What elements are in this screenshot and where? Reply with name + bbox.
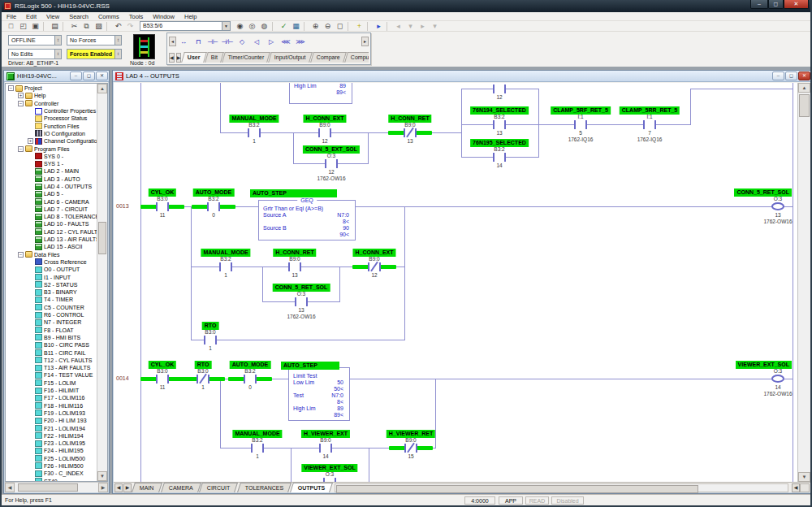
- sheet-tab-outputs[interactable]: OUTPUTS: [290, 483, 333, 492]
- tree-maximize-button[interactable]: ◻: [83, 72, 95, 80]
- ladder-close-button[interactable]: ✕: [798, 72, 810, 80]
- ladder-hscroll-thumb[interactable]: [336, 485, 698, 493]
- tree-item-o0-output[interactable]: O0 - OUTPUT: [6, 266, 97, 273]
- rung-icon[interactable]: ↔: [176, 37, 191, 46]
- palette-tab-bit[interactable]: Bit: [205, 52, 224, 63]
- contact-closed-icon[interactable]: ⊣∕⊢: [220, 37, 235, 46]
- find-icon[interactable]: ◉: [234, 21, 246, 31]
- instruction-box[interactable]: High Lim8989<: [289, 83, 352, 104]
- address-combo[interactable]: B53:5/6▼: [140, 21, 231, 31]
- tree-item-r6-control[interactable]: R6 - CONTROL: [6, 311, 97, 318]
- palette-tab-left-icon[interactable]: ◀: [169, 53, 175, 63]
- tree-item-channel-configuration[interactable]: +Channel Configuration: [6, 137, 97, 145]
- tree-scroll-down-icon[interactable]: ▼: [97, 471, 107, 481]
- instruction-box-geq[interactable]: GEQGrtr Than or Eql (A>=B)Source AN7:08<…: [258, 200, 356, 240]
- unlatch-icon[interactable]: ▷: [264, 37, 279, 46]
- tree-item-t12-cyl-faults[interactable]: T12 - CYL FAULTS: [6, 357, 97, 364]
- contact-76n194-selected[interactable]: [495, 121, 504, 128]
- tree-item-processor-status[interactable]: Processor Status: [6, 115, 97, 122]
- tree-item-lad-15-ascii[interactable]: LAD 15 - ASCII: [6, 243, 97, 250]
- tree-item-lad-7-circuit[interactable]: LAD 7 - CIRCUIT: [6, 206, 97, 213]
- forces-combo[interactable]: No Forces ↕: [67, 35, 122, 46]
- tree-item-f25-lolim500[interactable]: F25 - LOLIM500: [6, 455, 97, 462]
- menu-comms[interactable]: Comms: [93, 13, 124, 20]
- palette-tab-user[interactable]: User: [181, 52, 206, 63]
- tree-item-f21-lolim194[interactable]: F21 - LOLIM194: [6, 424, 97, 431]
- tabs-scroll-left-icon[interactable]: ◀: [114, 483, 123, 492]
- open-icon[interactable]: ◰: [17, 21, 29, 31]
- tree-item-sys-1-[interactable]: SYS 1 -: [6, 160, 97, 167]
- tree-item-st40[interactable]: ST40: [6, 477, 97, 481]
- verify-project-icon[interactable]: ▦: [290, 21, 302, 31]
- contact-bit-12[interactable]: [495, 85, 504, 93]
- tree-item-f17-lolim116[interactable]: F17 - LOLIM116: [6, 394, 97, 401]
- nav-forward-drop-icon[interactable]: ▾: [429, 21, 441, 31]
- ladder-vscrollbar[interactable]: ▲ ▼: [798, 83, 810, 482]
- menu-search[interactable]: Search: [64, 13, 93, 20]
- sheet-tab-main[interactable]: MAIN: [132, 483, 162, 492]
- collapse-icon[interactable]: −: [18, 252, 24, 258]
- minimize-button[interactable]: –: [750, 0, 768, 9]
- rung-number-0014[interactable]: 0014: [116, 375, 129, 381]
- sheet-tab-tolerances[interactable]: TOLERANCES: [237, 483, 292, 492]
- forces-state-spinner-icon[interactable]: ↕: [114, 50, 121, 58]
- tree-hscroll-thumb[interactable]: [18, 483, 78, 492]
- contact-manual-mode[interactable]: [221, 263, 231, 271]
- tree-item-lad-4-outputs[interactable]: LAD 4 - OUTPUTS: [6, 183, 97, 190]
- tree-item-project[interactable]: −Project: [6, 84, 97, 92]
- tree-item-sys-0-[interactable]: SYS 0 -: [6, 153, 97, 160]
- nav-back-drop-icon[interactable]: ▾: [404, 21, 417, 31]
- new-rung-icon[interactable]: +: [353, 21, 365, 31]
- palette-scroll-right-icon[interactable]: ▸: [361, 37, 369, 46]
- tree-item-lad-10-faults[interactable]: LAD 10 - FAULTS: [6, 220, 97, 228]
- palette-tab-right-icon[interactable]: ▶: [176, 53, 182, 63]
- ladder-canvas[interactable]: High Lim8989<AUTO_STEPGEQGrtr Than or Eq…: [114, 83, 798, 482]
- zoom-out-icon[interactable]: ⊖: [322, 21, 334, 31]
- forces-state-combo[interactable]: Forces Enabled ↕: [67, 49, 122, 59]
- maximize-button[interactable]: ◻: [768, 0, 784, 9]
- contact-clamp-5rf-ret-5[interactable]: [576, 121, 585, 128]
- ladder-scroll-down-icon[interactable]: ▼: [798, 472, 810, 482]
- contact-conn-5-ext-sol[interactable]: [326, 160, 336, 167]
- select-rect-icon[interactable]: ◻: [334, 21, 346, 31]
- new-icon[interactable]: □: [5, 21, 17, 31]
- paste-icon[interactable]: ▨: [93, 21, 105, 31]
- contact-cyl-ok[interactable]: [158, 203, 167, 210]
- coil-viewer-ext-sol[interactable]: [771, 375, 784, 383]
- contact-h-conn-ret[interactable]: [290, 263, 300, 271]
- tree-item-f18-hilim116[interactable]: F18 - HILIM116: [6, 401, 97, 409]
- contact-manual-mode[interactable]: [249, 129, 259, 136]
- tree-item-f30-c-index[interactable]: F30 - C_INDEX: [6, 470, 97, 477]
- tree-item-program-files[interactable]: −Program Files: [6, 145, 97, 152]
- tree-item-b11-circ-fail[interactable]: B11 - CIRC FAIL: [6, 349, 97, 356]
- hscroll-left-icon[interactable]: ◀: [792, 483, 800, 492]
- contact-h-conn-ext[interactable]: [320, 129, 330, 136]
- tree-item-s2-status[interactable]: S2 - STATUS: [6, 281, 97, 288]
- contact-manual-mode[interactable]: [253, 444, 262, 452]
- tree-item-f19-lolim193[interactable]: F19 - LOLIM193: [6, 410, 97, 417]
- ladder-minimize-button[interactable]: –: [772, 72, 784, 80]
- tree-item-f23-lolim195[interactable]: F23 - LOLIM195: [6, 440, 97, 447]
- latch-icon[interactable]: ◁: [249, 37, 264, 46]
- nav-back-icon[interactable]: ◂: [392, 21, 404, 31]
- tree-vscroll-thumb[interactable]: [98, 222, 106, 254]
- tree-scroll-left-icon[interactable]: ◀: [5, 483, 15, 492]
- palette-scroll-left-icon[interactable]: ◂: [169, 37, 176, 46]
- tree-item-lad-13-air-faults[interactable]: LAD 13 - AIR FAULTS: [6, 236, 97, 243]
- tree-item-b10-circ-pass[interactable]: B10 - CIRC PASS: [6, 341, 97, 349]
- ladder-hscrollbar[interactable]: [335, 483, 788, 492]
- tree-item-f16-hilimit[interactable]: F16 - HILIMIT: [6, 387, 97, 394]
- find-replace-icon[interactable]: ◍: [258, 21, 270, 31]
- tree-item-f20-hi-lim-193[interactable]: F20 - HI LIM 193: [6, 417, 97, 424]
- tree-item-lad-3-auto[interactable]: LAD 3 - AUTO: [6, 176, 97, 183]
- copy-icon[interactable]: ⧉: [80, 21, 93, 31]
- expand-icon[interactable]: +: [18, 93, 24, 98]
- mode-spinner-icon[interactable]: ↕: [54, 36, 61, 45]
- menu-edit[interactable]: Edit: [21, 13, 41, 20]
- palette-tab-input-output[interactable]: Input/Output: [269, 52, 313, 63]
- ladder-vscroll-thumb[interactable]: [799, 94, 810, 117]
- tree-item-f15-lolim[interactable]: F15 - LOLIM: [6, 379, 97, 387]
- tree-item-lad-2-main[interactable]: LAD 2 - MAIN: [6, 167, 97, 175]
- tree-item-controller-properties[interactable]: Controller Properties: [6, 107, 97, 115]
- ladder-scroll-up-icon[interactable]: ▲: [798, 83, 810, 93]
